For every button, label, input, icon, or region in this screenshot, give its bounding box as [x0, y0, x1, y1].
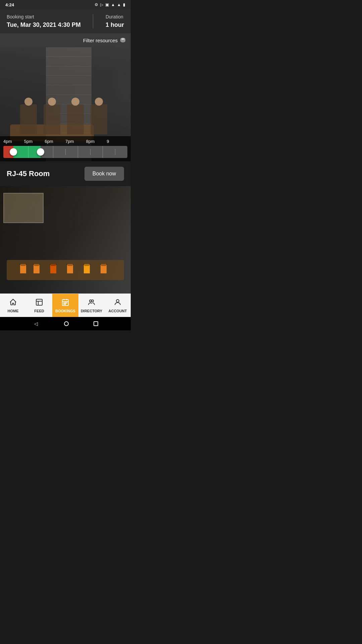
time-label-6pm: 6pm	[45, 139, 65, 144]
booking-start-label: Booking start	[7, 14, 34, 19]
time-label-5pm: 5pm	[24, 139, 45, 144]
booking-start-value: Tue, Mar 30, 2021 4:30 PM	[7, 21, 81, 29]
room-image-2	[0, 186, 131, 293]
tick-3	[78, 146, 78, 158]
time-label-4pm: 4pm	[3, 139, 24, 144]
svg-point-9	[116, 300, 119, 302]
duration-section: Duration 1 hour	[106, 14, 124, 29]
nav-item-feed[interactable]: FEED	[26, 294, 52, 317]
battery-icon: ▮	[123, 2, 125, 7]
tick-1	[28, 146, 28, 158]
bottom-nav: HOME FEED BOOKINGS	[0, 293, 131, 317]
person-2	[44, 104, 60, 135]
time-label-9: 9	[107, 139, 127, 144]
gift-bag-5	[84, 264, 90, 273]
gift-bag-6	[101, 264, 107, 273]
account-icon	[114, 298, 122, 308]
nav-label-bookings: BOOKINGS	[55, 309, 75, 313]
svg-rect-0	[36, 299, 42, 305]
back-button[interactable]: ◁	[33, 320, 39, 327]
tick-4	[103, 146, 103, 158]
recents-button[interactable]	[94, 321, 98, 326]
timeline-track[interactable]	[3, 146, 127, 158]
filter-label: Filter resources	[83, 38, 118, 43]
nav-label-account: ACCOUNT	[109, 309, 127, 313]
status-icons: ⚙ ▷ ▣ ▲ ▲ ▮	[95, 2, 125, 7]
directory-icon	[87, 298, 96, 308]
room-name-1: RJ-45 Room	[7, 169, 50, 178]
signal-icon: ▲	[117, 2, 121, 7]
status-bar: 4:24 ⚙ ▷ ▣ ▲ ▲ ▮	[0, 0, 131, 9]
subtick-5	[115, 149, 115, 155]
timeline-handle-end[interactable]	[37, 148, 44, 156]
nav-label-directory: DIRECTORY	[81, 309, 102, 313]
person-1	[20, 104, 37, 135]
book-now-button-1[interactable]: Book now	[84, 167, 124, 181]
subtick-4	[90, 149, 90, 155]
booking-header: Booking start Tue, Mar 30, 2021 4:30 PM …	[0, 9, 131, 33]
timeline[interactable]: 4pm 5pm 6pm 7pm 8pm 9	[0, 136, 131, 161]
play-icon: ▷	[100, 2, 103, 7]
tick-2	[53, 146, 53, 158]
svg-point-6	[65, 304, 66, 305]
room-card-2	[0, 186, 131, 293]
gift-bag-2	[34, 264, 40, 273]
nav-item-home[interactable]: HOME	[0, 294, 26, 317]
conference-room-photo-2	[0, 186, 131, 293]
subtick-3	[65, 149, 66, 155]
nav-item-directory[interactable]: DIRECTORY	[78, 294, 105, 317]
sim-icon: ▣	[105, 2, 109, 7]
status-time: 4:24	[5, 2, 14, 7]
gift-bag-1	[20, 264, 26, 273]
nav-item-account[interactable]: ACCOUNT	[105, 294, 131, 317]
home-button[interactable]	[64, 321, 69, 326]
time-label-7pm: 7pm	[65, 139, 86, 144]
duration-label: Duration	[106, 14, 123, 19]
android-nav-bar: ◁	[0, 317, 131, 330]
svg-point-3	[65, 303, 66, 303]
gift-bag-3	[50, 264, 56, 273]
nav-label-feed: FEED	[34, 309, 44, 313]
filter-bar[interactable]: Filter resources ⛃	[0, 33, 131, 47]
projector-screen	[3, 193, 44, 223]
people-area	[20, 104, 131, 135]
person-3	[67, 104, 84, 135]
bookings-icon	[61, 298, 69, 308]
svg-point-5	[64, 304, 64, 305]
feed-icon	[35, 298, 43, 308]
timeline-handle-start[interactable]	[10, 148, 17, 156]
duration-value: 1 hour	[106, 21, 124, 29]
room-image-1: 4pm 5pm 6pm 7pm 8pm 9	[0, 47, 131, 161]
header-divider	[93, 14, 93, 29]
nav-label-home: HOME	[8, 309, 19, 313]
timeline-labels: 4pm 5pm 6pm 7pm 8pm 9	[0, 139, 131, 144]
svg-point-4	[66, 303, 67, 303]
home-icon	[9, 298, 17, 308]
wifi-icon: ▲	[111, 2, 115, 7]
svg-point-8	[92, 300, 94, 302]
filter-icon[interactable]: ⛃	[120, 37, 125, 44]
room-card-1: 4pm 5pm 6pm 7pm 8pm 9	[0, 47, 131, 186]
gift-bag-4	[67, 264, 73, 273]
room-info-bar-1: RJ-45 Room Book now	[0, 161, 131, 186]
nav-item-bookings[interactable]: BOOKINGS	[52, 294, 78, 317]
settings-icon: ⚙	[95, 2, 98, 7]
booking-start-section: Booking start Tue, Mar 30, 2021 4:30 PM	[7, 14, 81, 29]
svg-point-2	[64, 303, 64, 303]
person-4	[90, 104, 107, 135]
time-label-8pm: 8pm	[86, 139, 107, 144]
timeline-selected-segment	[13, 146, 41, 158]
